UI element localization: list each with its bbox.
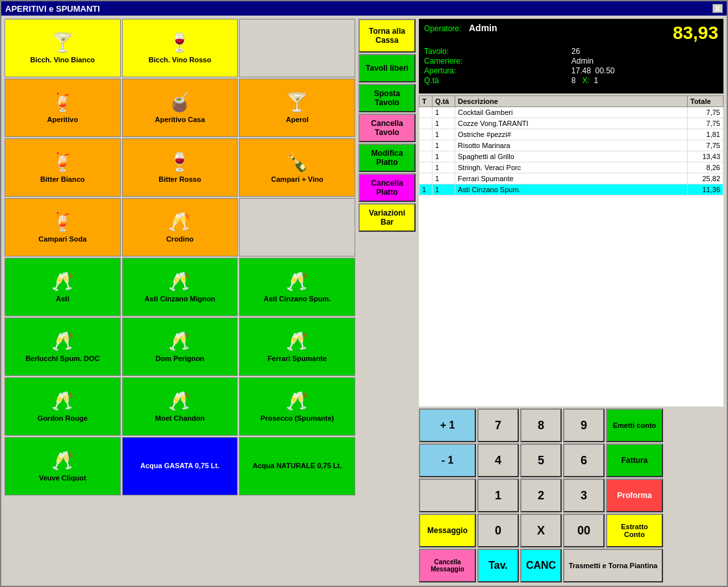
torna-cassa-button[interactable]: Torna alla Cassa xyxy=(358,19,416,53)
product-acqua-naturale[interactable]: Acqua NATURALE 0,75 Lt. xyxy=(239,437,355,495)
campari-vino-icon: 🍾 xyxy=(286,151,308,173)
btn7[interactable]: 7 xyxy=(477,408,519,442)
asti-cinzano-spum-icon: 🥂 xyxy=(286,271,308,292)
btnX[interactable]: X xyxy=(520,514,562,547)
product-bitter-rosso[interactable]: 🍷 Bitter Rosso xyxy=(122,138,238,197)
table-row[interactable]: 1 Cocktail Gamberi 7,75 xyxy=(420,107,723,118)
table-row[interactable]: 1 Risotto Marinara 7,75 xyxy=(420,140,723,151)
table-row[interactable]: 1 1 Asti Cinzano Spum. 11,36 xyxy=(420,184,723,195)
crodino-icon: 🥂 xyxy=(168,211,191,232)
product-aperol[interactable]: 🍸 Aperol xyxy=(239,79,355,137)
btn00[interactable]: 00 xyxy=(563,514,605,547)
row-qty: 1 xyxy=(433,151,455,162)
product-bicch-vino-rosso[interactable]: 🍷 Bicch. Vino Rosso xyxy=(122,19,238,77)
btn4[interactable]: 4 xyxy=(477,443,519,477)
wine-red-icon: 🍷 xyxy=(168,32,191,53)
row-total: 13,43 xyxy=(688,151,723,162)
tavoli-liberi-button[interactable]: Tavoli liberi xyxy=(358,54,416,82)
product-moet-chandon[interactable]: 🥂 Moet Chandon xyxy=(122,377,238,436)
minus1-button[interactable]: - 1 xyxy=(419,443,476,477)
messaggio-button[interactable]: Messaggio xyxy=(419,514,476,547)
table-row[interactable]: 1 Spaghetti al Grillo 13,43 xyxy=(420,151,723,162)
col-qty: Q.tà xyxy=(433,96,455,107)
dom-perignon-icon: 🥂 xyxy=(168,331,191,352)
trasmetti-button[interactable]: Trasmetti e Torna Piantina xyxy=(563,549,663,582)
apertura-label: Apertura: xyxy=(424,66,566,75)
row-t xyxy=(420,129,433,140)
product-bitter-bianco[interactable]: 🍹 Bitter Bianco xyxy=(5,138,121,197)
product-asti-cinzano-mignon[interactable]: 🥂 Asti Cinzano Mignon xyxy=(122,258,238,316)
row-t xyxy=(420,151,433,162)
close-button[interactable]: X xyxy=(712,4,723,13)
cancella-messaggio-button[interactable]: Cancella Messaggio xyxy=(419,549,476,582)
sposta-tavolo-button[interactable]: Sposta Tavolo xyxy=(358,84,416,112)
product-acqua-gasata[interactable]: Acqua GASATA 0,75 Lt. xyxy=(122,437,238,495)
numpad: + 1 7 8 9 Emetti conto - 1 4 5 6 Fattura… xyxy=(419,408,723,582)
btn2[interactable]: 2 xyxy=(520,479,562,512)
row-desc: Stringh. Veraci Porc xyxy=(455,162,688,173)
row-t: 1 xyxy=(420,184,433,195)
btn1[interactable]: 1 xyxy=(477,479,519,512)
row-qty: 1 xyxy=(433,129,455,140)
window-title: APERITIVI e SPUMANTI xyxy=(5,4,100,14)
row-desc: Cocktail Gamberi xyxy=(455,107,688,118)
row-qty: 1 xyxy=(433,173,455,184)
product-veuve-cliquot[interactable]: 🥂 Veuve Cliquot xyxy=(5,437,121,495)
product-aperitivo[interactable]: 🍹 Aperitivo xyxy=(5,79,121,137)
table-row[interactable]: 1 Ferrari Spumante 25,82 xyxy=(420,173,723,184)
btn0[interactable]: 0 xyxy=(477,514,519,547)
proforma-button[interactable]: Proforma xyxy=(606,479,663,512)
table-row[interactable]: 1 Stringh. Veraci Porc 8,26 xyxy=(420,162,723,173)
product-aperitivo-casa[interactable]: 🧉 Aperitivo Casa xyxy=(122,79,238,137)
product-campari-soda[interactable]: 🍹 Campari Soda xyxy=(5,198,121,256)
table-row[interactable]: 1 Cozze Vong.TARANTI 7,75 xyxy=(420,118,723,129)
btn9[interactable]: 9 xyxy=(563,408,605,442)
cancella-tavolo-button[interactable]: Cancella Tavolo xyxy=(358,114,416,142)
btn8[interactable]: 8 xyxy=(520,408,562,442)
row-desc: Ferrari Spumante xyxy=(455,173,688,184)
row-total: 7,75 xyxy=(688,107,723,118)
aperitivo-casa-icon: 🧉 xyxy=(168,92,191,113)
product-campari-vino[interactable]: 🍾 Campari + Vino xyxy=(239,138,355,197)
product-prosecco-spumante[interactable]: 🥂 Prosecco (Spumante) xyxy=(239,377,355,436)
tavolo-value: 26 xyxy=(571,47,718,56)
row-total: 1,81 xyxy=(688,129,723,140)
fattura-button[interactable]: Fattura xyxy=(606,443,663,477)
moet-chandon-icon: 🥂 xyxy=(168,390,191,412)
campari-soda-icon: 🍹 xyxy=(51,211,74,232)
aperitivo-icon: 🍹 xyxy=(51,92,74,113)
product-crodino[interactable]: 🥂 Crodino xyxy=(122,198,238,256)
row-qty: 1 xyxy=(433,118,455,129)
order-table: T Q.tà Descrizione Totale 1 Cocktail Gam… xyxy=(419,95,723,406)
product-ferrari-spumante[interactable]: 🥂 Ferrari Spumante xyxy=(239,318,355,376)
product-dom-perignon[interactable]: 🥂 Dom Perignon xyxy=(122,318,238,376)
operatore-label: Operatore: xyxy=(424,24,461,33)
gordon-rouge-icon: 🥂 xyxy=(51,390,74,412)
modifica-piatto-button[interactable]: Modifica Piatto xyxy=(358,144,416,172)
product-asti-cinzano-spum[interactable]: 🥂 Asti Cinzano Spum. xyxy=(239,258,355,316)
row-desc: Ostriche #pezzi# xyxy=(455,129,688,140)
product-bicch-vino-bianco[interactable]: 🍸 Bicch. Vino Bianco xyxy=(5,19,121,77)
bitter-bianco-icon: 🍹 xyxy=(51,151,74,173)
product-grid: 🍸 Bicch. Vino Bianco 🍷 Bicch. Vino Rosso… xyxy=(5,19,355,495)
variazioni-bar-button[interactable]: Variazioni Bar xyxy=(358,203,416,232)
bitter-rosso-icon: 🍷 xyxy=(168,151,191,173)
cancella-piatto-button[interactable]: Cancella Piatto xyxy=(358,173,416,202)
tav-button[interactable]: Tav. xyxy=(477,549,519,582)
right-panel: Operatore: Admin 83,93 Tavolo: 26 Cameri… xyxy=(419,19,723,582)
btn3[interactable]: 3 xyxy=(563,479,605,512)
prosecco-icon: 🥂 xyxy=(286,390,308,412)
row-desc: Risotto Marinara xyxy=(455,140,688,151)
estratto-conto-button[interactable]: Estratto Conto xyxy=(606,514,663,547)
btn5[interactable]: 5 xyxy=(520,443,562,477)
row-qty: 1 xyxy=(433,162,455,173)
product-asti[interactable]: 🥂 Asti xyxy=(5,258,121,316)
plus1-button[interactable]: + 1 xyxy=(419,408,476,442)
berlucchi-icon: 🥂 xyxy=(51,331,74,352)
btn6[interactable]: 6 xyxy=(563,443,605,477)
product-gordon-rouge[interactable]: 🥂 Gordon Rouge xyxy=(5,377,121,436)
table-row[interactable]: 1 Ostriche #pezzi# 1,81 xyxy=(420,129,723,140)
canc-button[interactable]: CANC xyxy=(520,549,562,582)
product-berlucchi-spum-doc[interactable]: 🥂 Berlucchi Spum. DOC xyxy=(5,318,121,376)
emetti-conto-button[interactable]: Emetti conto xyxy=(606,408,663,442)
